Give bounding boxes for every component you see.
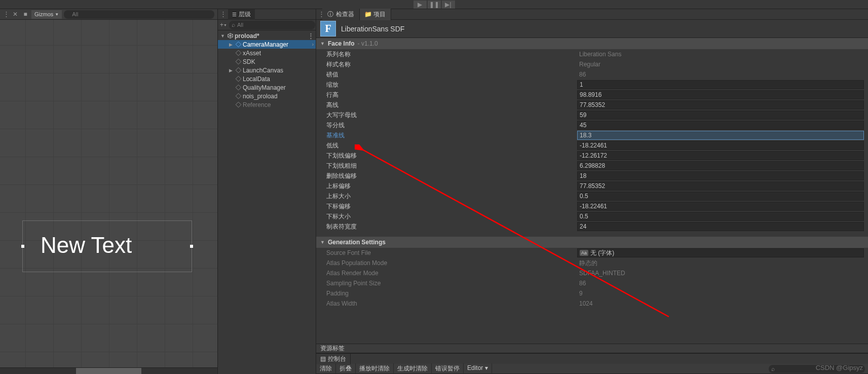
hierarchy-item[interactable]: Reference — [218, 100, 316, 109]
more-icon[interactable]: ⋮ — [220, 12, 226, 16]
expand-icon[interactable]: ▶ — [228, 68, 234, 73]
property-value[interactable]: -18.22461 — [577, 141, 864, 150]
scene-view[interactable]: New Text — [0, 20, 217, 367]
console-button[interactable]: 播放时清除 — [356, 363, 394, 374]
add-button[interactable]: + ▼ — [220, 21, 227, 29]
more-icon[interactable]: ⋮ — [3, 12, 9, 16]
property-label: 磅值 — [326, 70, 577, 79]
property-label: 下划线偏移 — [326, 152, 577, 160]
gameobject-icon — [235, 67, 242, 74]
object-field[interactable]: Aa无 (字体) — [577, 248, 864, 257]
console-button[interactable]: Editor ▾ — [464, 363, 492, 374]
property-row: 样式名称 Regular — [316, 59, 868, 69]
property-row: Atlas Width1024 — [316, 298, 868, 309]
property-value[interactable]: -12.26172 — [577, 151, 864, 160]
console-tab[interactable]: ▤ 控制台 — [316, 354, 351, 364]
property-value: 静态的 — [577, 258, 864, 268]
property-value[interactable]: 6.298828 — [577, 161, 864, 170]
camera-icon[interactable]: ■ — [21, 10, 29, 18]
property-label: 制表符宽度 — [326, 222, 577, 231]
play-button[interactable]: ▶ — [413, 1, 427, 9]
expand-icon[interactable]: ▼ — [220, 33, 225, 39]
property-row: 制表符宽度 24 — [316, 221, 868, 232]
gameobject-icon — [235, 101, 242, 108]
property-value[interactable]: 0.5 — [577, 192, 864, 201]
property-row: 缩放 1 — [316, 80, 868, 90]
scene-search-input[interactable] — [64, 10, 214, 19]
property-label: 样式名称 — [326, 60, 577, 69]
scene-scrollbar[interactable] — [0, 367, 217, 374]
property-value[interactable]: 18.3 — [577, 131, 864, 140]
play-controls: ▶ ❚❚ ▶| — [413, 1, 455, 9]
hierarchy-item[interactable]: xAsset — [218, 49, 316, 57]
property-value[interactable]: 59 — [577, 110, 864, 120]
scene-grid — [0, 20, 217, 367]
asset-header: F LiberationSans SDF — [316, 20, 868, 38]
property-value[interactable]: 18 — [577, 171, 864, 180]
property-value[interactable]: 0.5 — [577, 212, 864, 221]
face-info-header[interactable]: ▼ Face Info - v1.1.0 — [316, 38, 868, 49]
hierarchy-item[interactable]: nois_proload — [218, 92, 316, 100]
hierarchy-item[interactable]: ▶ LaunchCanvas — [218, 66, 316, 74]
hierarchy-item[interactable]: SDK — [218, 57, 316, 66]
property-value[interactable]: -18.22461 — [577, 202, 864, 211]
property-label: 高线 — [326, 101, 577, 109]
hierarchy-item[interactable]: ▶ CameraManager › — [218, 40, 316, 49]
inspector-tabs: ⋮ ⓘ检查器📁项目 — [316, 9, 868, 20]
font-asset-icon: F — [320, 21, 336, 36]
console-button[interactable]: 生成时清除 — [394, 363, 432, 374]
property-row: 下划线粗细 6.298828 — [316, 161, 868, 171]
property-value[interactable]: 77.85352 — [577, 100, 864, 109]
console-toolbar: 清除折叠播放时清除生成时清除错误暂停Editor ▾ — [316, 364, 868, 374]
item-label: nois_proload — [243, 93, 278, 100]
asset-labels-header[interactable]: 资源标签 — [316, 344, 868, 353]
property-value[interactable]: 1 — [577, 80, 864, 89]
hierarchy-item[interactable]: QualityManager — [218, 83, 316, 92]
item-label: CameraManager — [243, 41, 288, 48]
folder-icon: 📁 — [365, 11, 371, 17]
item-label: xAsset — [243, 50, 261, 57]
property-row: 高线 77.85352 — [316, 100, 868, 110]
scene-name: proload* — [235, 32, 259, 40]
expand-icon[interactable]: ▶ — [228, 42, 234, 47]
property-label: 基准线 — [326, 131, 577, 140]
hierarchy-tab[interactable]: ☰ 层级 — [228, 9, 255, 20]
console-button[interactable]: 折叠 — [336, 363, 356, 374]
tools-icon[interactable]: ✕ — [11, 10, 19, 18]
info-icon: ⓘ — [327, 11, 333, 17]
property-value: 9 — [577, 289, 864, 298]
property-value[interactable]: 45 — [577, 121, 864, 130]
property-label: Atlas Width — [326, 300, 577, 307]
property-row: 大写字母线 59 — [316, 110, 868, 120]
tab-项目[interactable]: 📁项目 — [360, 9, 391, 20]
item-label: Reference — [243, 101, 271, 108]
console-button[interactable]: 清除 — [316, 363, 336, 374]
property-label: 下标偏移 — [326, 202, 577, 211]
gameobject-icon — [235, 50, 242, 57]
more-icon[interactable]: ⋮ — [316, 12, 322, 16]
property-row: Atlas Population Mode静态的 — [316, 258, 868, 268]
pause-button[interactable]: ❚❚ — [428, 1, 441, 9]
property-row: 低线 -18.22461 — [316, 140, 868, 151]
gameobject-icon — [235, 41, 242, 48]
tab-检查器[interactable]: ⓘ检查器 — [322, 9, 360, 20]
generation-settings-header[interactable]: ▼ Generation Settings — [316, 237, 868, 248]
scene-text-object[interactable]: New Text — [41, 233, 132, 258]
property-value[interactable]: 98.8916 — [577, 90, 864, 99]
hierarchy-panel: ⋮ ☰ 层级 + ▼ ▼ proload* ⋮ ▶ CameraManager — [217, 9, 316, 374]
property-row: Atlas Render ModeSDFAA_HINTED — [316, 268, 868, 278]
hierarchy-search-input[interactable] — [229, 21, 315, 29]
hierarchy-icon: ☰ — [232, 12, 237, 17]
hierarchy-item[interactable]: LocalData — [218, 74, 316, 83]
console-button[interactable]: 错误暂停 — [432, 363, 464, 374]
property-row: 下标大小 0.5 — [316, 211, 868, 221]
scene-menu-icon[interactable]: ⋮ — [308, 34, 314, 38]
property-value[interactable]: 24 — [577, 222, 864, 231]
scene-row[interactable]: ▼ proload* ⋮ — [218, 31, 316, 40]
property-row: 等分线 45 — [316, 120, 868, 130]
step-button[interactable]: ▶| — [442, 1, 455, 9]
property-value: Regular — [577, 60, 864, 69]
property-row: 下标偏移 -18.22461 — [316, 201, 868, 211]
gizmos-dropdown[interactable]: Gizmos ▼ — [31, 10, 62, 19]
property-value[interactable]: 77.85352 — [577, 181, 864, 191]
